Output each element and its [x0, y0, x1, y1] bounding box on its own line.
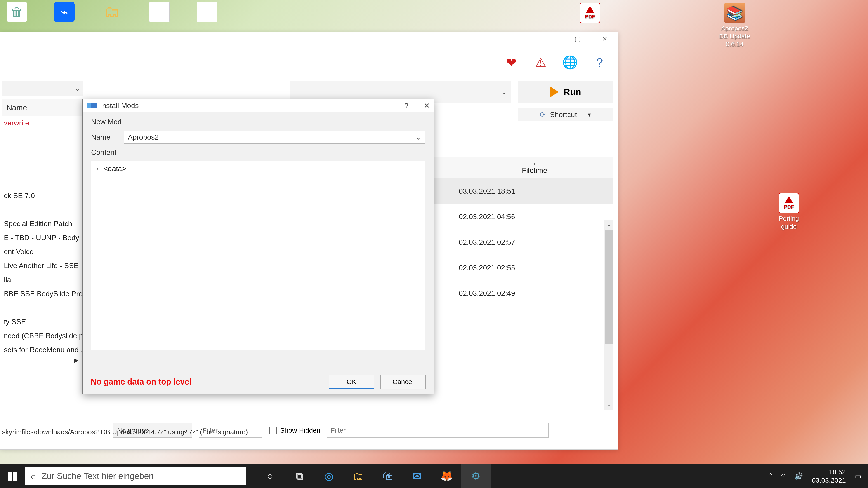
mod-list-pane: ⌄ Name verwrite ck SE 7.0Special Edition… — [2, 80, 84, 429]
dialog-title: Install Mods — [100, 101, 139, 110]
task-icons: ○ ⧉ ◎ 🗂 🛍 ✉ 🦊 ⚙ — [255, 464, 491, 488]
mod-row[interactable]: Live Another Life - SSE — [2, 259, 84, 273]
clock[interactable]: 18:52 03.03.2021 — [812, 468, 846, 485]
svg-rect-3 — [13, 477, 17, 481]
overwrite-row[interactable]: verwrite — [2, 116, 84, 130]
mod-row[interactable]: ty SSE — [2, 315, 84, 329]
notifications-icon[interactable]: ▭ — [855, 472, 861, 480]
volume-icon[interactable]: 🔊 — [795, 472, 803, 480]
scroll-up-icon[interactable]: ▴ — [604, 220, 614, 229]
dialog-help-button[interactable]: ? — [404, 102, 408, 109]
svg-rect-0 — [8, 471, 12, 476]
shortcut-icon: ⟳ — [540, 110, 546, 119]
cortana-icon[interactable]: ○ — [255, 464, 285, 488]
tray-chevron-icon[interactable]: ˄ — [769, 472, 772, 480]
document-icon-2[interactable] — [197, 2, 217, 22]
folder-icon[interactable]: 🗂 — [102, 2, 122, 22]
wifi-icon[interactable]: ⌔ — [781, 472, 785, 480]
desktop-icon-apropos-rar[interactable]: 📚 Apropos2 DB Update 0.6.14 — [719, 3, 750, 48]
dialog-titlebar: Install Mods ? ✕ — [83, 99, 434, 112]
mail-icon[interactable]: ✉ — [402, 464, 432, 488]
mod-row[interactable] — [2, 203, 84, 217]
mod-row[interactable]: lla — [2, 273, 84, 287]
network-icon[interactable]: 🌐 — [560, 52, 580, 72]
warnings-icon[interactable]: ⚠ — [530, 52, 551, 72]
chevron-right-icon: › — [96, 164, 99, 173]
mod-row[interactable]: ent Voice — [2, 245, 84, 259]
install-mods-dialog: Install Mods ? ✕ New Mod Name Apropos2 ⌄… — [82, 99, 434, 394]
mo2-toolbar: ❤ ⚠ 🌐 ? — [5, 48, 614, 77]
content-tree[interactable]: › <data> — [91, 161, 425, 350]
mod-row[interactable] — [2, 301, 84, 315]
mod-row[interactable]: E - TBD - UUNP - Body — [2, 231, 84, 245]
task-view-icon[interactable]: ⧉ — [285, 464, 314, 488]
window-controls: — ▢ ✕ — [537, 32, 618, 45]
store-icon[interactable]: 🛍 — [373, 464, 402, 488]
install-mods-icon — [87, 103, 97, 108]
search-placeholder: Zur Suche Text hier eingeben — [41, 471, 154, 481]
desktop-icon-pdf-1[interactable]: PDF — [574, 3, 606, 24]
scroll-down-icon[interactable]: ▾ — [604, 401, 614, 410]
downloads-scrollbar[interactable]: ▴ ▾ — [604, 220, 614, 410]
search-icon: ⌕ — [31, 471, 36, 481]
firefox-icon[interactable]: 🦊 — [432, 464, 461, 488]
show-hidden-checkbox[interactable]: Show Hidden — [269, 427, 320, 434]
new-mod-label: New Mod — [91, 118, 425, 126]
col-filetime[interactable]: ▾Filetime — [457, 157, 613, 178]
mod-row[interactable]: sets for RaceMenu and ... — [2, 343, 84, 357]
maximize-button[interactable]: ▢ — [564, 32, 591, 45]
desktop-icon-label: Apropos2 DB Update 0.6.14 — [719, 24, 750, 48]
mod-list-header-name[interactable]: Name — [2, 99, 84, 116]
close-button[interactable]: ✕ — [591, 32, 618, 45]
svg-rect-1 — [13, 471, 17, 476]
recycle-bin-icon[interactable]: 🗑 — [7, 2, 27, 22]
run-button[interactable]: Run — [518, 80, 613, 103]
no-game-data-warning: No game data on top level — [91, 377, 191, 387]
shortcut-button[interactable]: ⟳ Shortcut ▾ — [518, 108, 613, 121]
system-tray: ˄ ⌔ 🔊 18:52 03.03.2021 ▭ — [769, 468, 868, 485]
status-bar: skyrimfiles/downloads/Apropos2 DB Update… — [2, 428, 248, 436]
cancel-button[interactable]: Cancel — [380, 375, 426, 389]
edge-icon[interactable]: ◎ — [314, 464, 344, 488]
svg-rect-2 — [8, 477, 12, 481]
mod-row[interactable]: ck SE 7.0 — [2, 189, 84, 203]
mod-row[interactable]: Special Edition Patch — [2, 217, 84, 231]
profile-dropdown[interactable]: ⌄ — [2, 80, 84, 96]
dialog-close-button[interactable]: ✕ — [424, 102, 430, 109]
help-icon[interactable]: ? — [589, 52, 610, 72]
tree-node-data[interactable]: › <data> — [96, 164, 420, 173]
ok-button[interactable]: OK — [329, 375, 374, 389]
scroll-thumb[interactable] — [605, 230, 613, 344]
taskbar: ⌕ Zur Suche Text hier eingeben ○ ⧉ ◎ 🗂 🛍… — [0, 464, 868, 488]
explorer-icon[interactable]: 🗂 — [344, 464, 373, 488]
document-icon-1[interactable] — [149, 2, 169, 22]
mod-row[interactable]: nced (CBBE Bodyslide p — [2, 329, 84, 343]
chevron-down-icon: ⌄ — [415, 133, 421, 141]
chevron-down-icon: ▾ — [588, 111, 591, 119]
minimize-button[interactable]: — — [537, 32, 564, 45]
play-icon — [550, 86, 559, 98]
download-filter-input[interactable] — [327, 423, 549, 437]
horizontal-scroll-right[interactable]: ▶ — [2, 357, 84, 363]
mod-name-input[interactable]: Apropos2 ⌄ — [124, 131, 425, 144]
name-label: Name — [91, 133, 110, 141]
content-label: Content — [91, 148, 425, 157]
desktop-quick-icons: 🗑 ⌁ 🗂 — [7, 2, 217, 22]
mo2-taskbar-icon[interactable]: ⚙ — [461, 464, 491, 488]
mod-row[interactable]: BBE SSE BodySlide Prese — [2, 287, 84, 301]
bluetooth-icon[interactable]: ⌁ — [54, 2, 74, 22]
endorse-icon[interactable]: ❤ — [501, 52, 522, 72]
desktop-icon-label: Porting guide — [773, 215, 805, 230]
start-button[interactable] — [0, 464, 25, 488]
taskbar-search[interactable]: ⌕ Zur Suche Text hier eingeben — [25, 467, 246, 485]
desktop-icon-porting-guide[interactable]: PDF Porting guide — [773, 193, 805, 230]
